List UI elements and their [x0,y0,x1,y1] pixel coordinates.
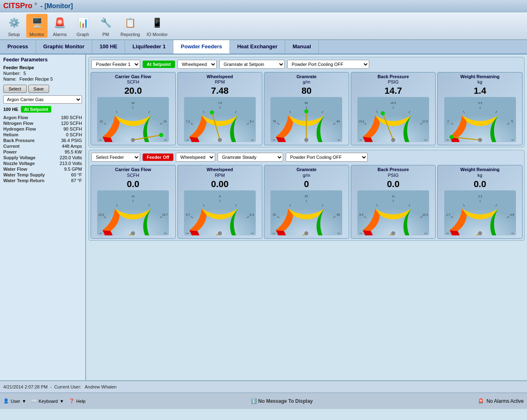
feeder1-select[interactable]: Powder Feeder 1 Powder Feeder 2 [91,60,140,69]
reporting-icon: 📋 [122,15,139,31]
svg-text:13: 13 [100,120,103,123]
param-row: Power95.5 KW [3,149,82,154]
svg-text:17.8: 17.8 [423,120,428,123]
recipe-section: Feeder Recipe Number: 5 Name: Feeder Rec… [3,65,82,81]
svg-point-34 [218,138,222,142]
footer-right: 🚨 No Alarms Active [478,398,524,404]
toolbar-btn-graph[interactable]: 📊 Graph [72,14,93,38]
svg-point-16 [131,138,135,142]
toolbar-btn-alarms[interactable]: 🚨 Alarms [49,14,70,38]
gauge-dial: 89.51112.514 [357,190,429,237]
gauge-dial: 5.45.766.36.6 [184,190,256,237]
tab-100he[interactable]: 100 HE [92,40,125,54]
svg-text:14: 14 [132,195,135,198]
feeder1-status-button[interactable]: At Setpoint [143,61,175,68]
gauge-title: Gramrateg/m [297,74,317,85]
tab-liquifeeder[interactable]: Liquifeeder 1 [125,40,173,54]
svg-text:58: 58 [337,213,340,216]
gauge-value: 7.48 [211,86,229,96]
feeder1-cooling-select[interactable]: Powder Port Cooling OFF [287,60,369,69]
gauge-title: Gramrateg/m [297,167,317,178]
title-bar: CITSPro ® - [Monitor] [0,0,527,12]
svg-point-106 [131,231,135,235]
toolbar: ⚙️ Setup 🖥️ Monitor 🚨 Alarms 📊 Graph 🔧 P… [0,12,527,40]
keyboard-label: Keyboard [39,399,58,404]
info-icon: ℹ️ [251,398,257,404]
select-button[interactable]: Select [3,85,27,93]
tab-powder-feeders[interactable]: Powder Feeders [173,40,229,54]
graph-icon: 📊 [75,15,91,31]
feeder2-gramrate-select[interactable]: Gramrate Steady [218,153,283,162]
svg-text:55: 55 [305,195,308,198]
svg-text:9.5: 9.5 [359,213,363,216]
user-label: User [11,399,20,404]
datetime: 4/21/2014 2:07:28 PM - Current User: And… [3,384,116,389]
recipe-buttons: Select Save [3,85,82,93]
feeder1-gramrate-select[interactable]: Gramrate at Setpoin [219,60,285,69]
help-item[interactable]: ❓ Help [69,398,86,404]
feeder1-wheelspeed-select[interactable]: Wheelspeed [177,60,217,69]
keyboard-item[interactable]: ⌨️ Keyboard ▼ [31,398,64,404]
gauge-1: WheelspeedRPM 0.00 5.45.766.36.6 [177,165,263,238]
footer: 👤 User ▼ ⌨️ Keyboard ▼ ❓ Help ℹ️ No Mess… [0,393,527,409]
keyboard-dropdown-icon: ▼ [59,399,64,404]
svg-point-178 [478,231,482,235]
main-content: Feeder Parameters Feeder Recipe Number: … [0,54,527,380]
feeder1-gauges: Carrier Gas FlowSCFH 20.0 1013161922 Whe… [91,72,522,145]
tab-heat-exchanger[interactable]: Heat Exchanger [230,40,285,54]
iomonitor-icon: 📱 [149,15,165,31]
param-row: Back Pressure36.4 PSIG [3,138,82,143]
app-logo: CITSPro ® [3,2,37,10]
gauge-dial: 6.77.27.68.18.5 [184,97,256,143]
gauge-value: 0.0 [387,179,400,190]
svg-text:3.3: 3.3 [478,195,482,198]
setup-icon: ⚙️ [6,15,22,31]
svg-text:12.5: 12.5 [423,213,428,216]
gauge-dial: 4952555861 [270,190,342,237]
tab-manual[interactable]: Manual [285,40,319,54]
gauge-3: Back PressurePSIG 0.0 89.51112.514 [351,165,436,238]
nav-tabs: Process Graphic Monitor 100 HE Liquifeed… [0,40,527,54]
gauge-value: 1.4 [474,86,486,96]
svg-text:3.5: 3.5 [478,102,482,104]
system-status-badge: At Setpoint [21,106,52,113]
gauge-title: Back PressurePSIG [377,74,409,85]
feeder2-gauges: Carrier Gas FlowSCFH 0.0 12.613.31414.71… [91,165,522,238]
svg-point-124 [218,231,222,235]
feeder2-select[interactable]: Select Feeder Powder Feeder 1 Powder Fee… [91,153,140,162]
svg-text:1.7: 1.7 [446,213,450,216]
svg-text:5.7: 5.7 [186,213,190,216]
svg-point-17 [159,133,164,137]
carrier-gas-dropdown[interactable]: Argon Carrier Gas Nitrogen Carrier Gas [3,95,82,104]
svg-text:84: 84 [337,120,340,123]
system-label: 100 HE [3,107,18,112]
gauge-0: Carrier Gas FlowSCFH 20.0 1013161922 [91,72,176,145]
recipe-number-value: 5 [23,71,26,76]
svg-text:80: 80 [305,102,308,104]
gauge-value: 20.0 [124,86,142,96]
gauge-title: Carrier Gas FlowSCFH [115,74,151,85]
help-label: Help [76,399,86,404]
toolbar-btn-monitor[interactable]: 🖥️ Monitor [26,14,48,38]
svg-text:11: 11 [392,195,395,198]
tab-graphic-monitor[interactable]: Graphic Monitor [36,40,92,54]
feeder2-status-button[interactable]: Feeder Off [143,154,173,161]
feeder2-wheelspeed-select[interactable]: Wheelspeed [176,153,215,162]
save-button[interactable]: Save [28,85,49,93]
feeder2-section: Select Feeder Powder Feeder 1 Powder Fee… [89,150,525,240]
param-row: Supply Voltage220.0 Volts [3,155,82,160]
svg-text:6: 6 [219,195,220,198]
alarms-label: Alarms [53,32,67,37]
param-row: Water Temp Return87 °F [3,178,82,183]
gauge-3: Back PressurePSIG 14.7 1113.315.517.820 [351,72,436,145]
toolbar-btn-reporting[interactable]: 📋 Reporting [118,14,143,38]
feeder2-cooling-select[interactable]: Powder Port Cooling OFF [286,153,368,162]
gauge-4: Weight Remainingkg 1.4 0.523.556.5 [437,72,522,145]
toolbar-btn-setup[interactable]: ⚙️ Setup [3,14,25,38]
toolbar-btn-pm[interactable]: 🔧 PM [95,14,116,38]
svg-text:8.1: 8.1 [250,120,254,123]
toolbar-btn-iomonitor[interactable]: 📱 IO Monitor [144,14,170,38]
user-item[interactable]: 👤 User ▼ [3,398,26,404]
svg-point-70 [391,138,395,142]
tab-process[interactable]: Process [0,40,36,54]
